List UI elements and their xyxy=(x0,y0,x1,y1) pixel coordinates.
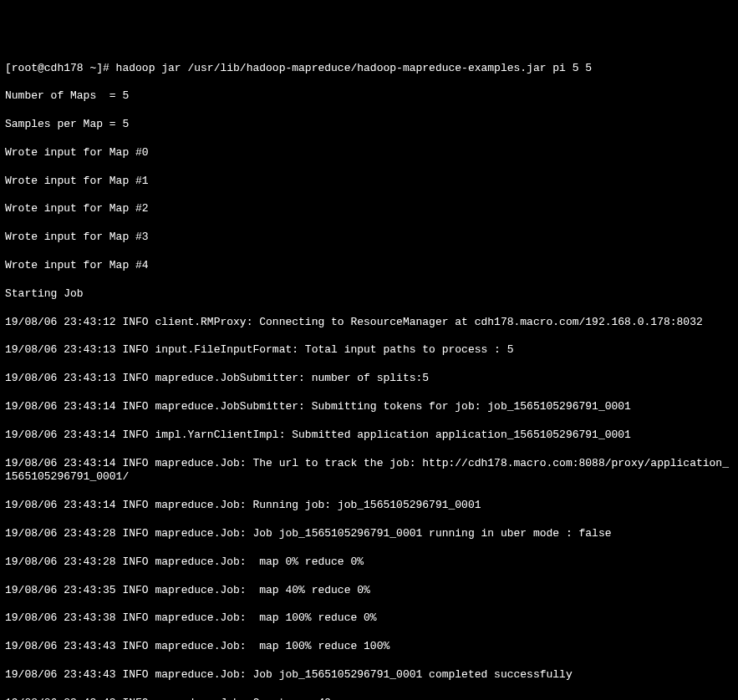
output-line: Number of Maps = 5 xyxy=(5,89,733,104)
output-line: Wrote input for Map #0 xyxy=(5,146,733,160)
output-line: Samples per Map = 5 xyxy=(5,118,733,132)
log-line: 19/08/06 23:43:14 INFO impl.YarnClientIm… xyxy=(5,429,733,443)
log-line: 19/08/06 23:43:43 INFO mapreduce.Job: Co… xyxy=(5,697,733,700)
output-line: Wrote input for Map #2 xyxy=(5,202,733,216)
log-line: 19/08/06 23:43:12 INFO client.RMProxy: C… xyxy=(5,316,733,330)
log-line: 19/08/06 23:43:14 INFO mapreduce.JobSubm… xyxy=(5,400,733,414)
log-line: 19/08/06 23:43:14 INFO mapreduce.Job: Ru… xyxy=(5,499,733,513)
output-line: Wrote input for Map #4 xyxy=(5,259,733,273)
log-line: 19/08/06 23:43:13 INFO mapreduce.JobSubm… xyxy=(5,372,733,386)
log-line: 19/08/06 23:43:14 INFO mapreduce.Job: Th… xyxy=(5,457,733,485)
log-line: 19/08/06 23:43:28 INFO mapreduce.Job: ma… xyxy=(5,555,733,570)
output-line: Wrote input for Map #3 xyxy=(5,231,733,245)
log-line: 19/08/06 23:43:43 INFO mapreduce.Job: Jo… xyxy=(5,668,733,682)
log-line: 19/08/06 23:43:28 INFO mapreduce.Job: Jo… xyxy=(5,527,733,541)
output-line: Wrote input for Map #1 xyxy=(5,175,733,189)
log-line: 19/08/06 23:43:35 INFO mapreduce.Job: ma… xyxy=(5,584,733,598)
log-line: 19/08/06 23:43:38 INFO mapreduce.Job: ma… xyxy=(5,611,733,626)
log-line: 19/08/06 23:43:13 INFO input.FileInputFo… xyxy=(5,343,733,358)
output-line: Starting Job xyxy=(5,287,733,302)
log-line: 19/08/06 23:43:43 INFO mapreduce.Job: ma… xyxy=(5,640,733,654)
terminal-prompt[interactable]: [root@cdh178 ~]# hadoop jar /usr/lib/had… xyxy=(5,62,733,76)
